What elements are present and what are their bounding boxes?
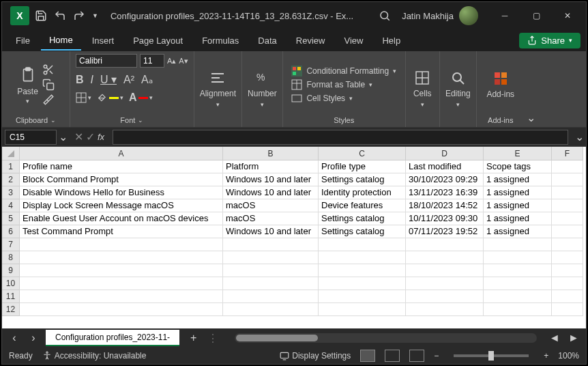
cell-C12[interactable]: [319, 303, 406, 316]
row-header-3[interactable]: 3: [2, 186, 20, 199]
superscript-button[interactable]: A²: [123, 74, 134, 86]
cut-icon[interactable]: [42, 64, 55, 76]
name-box-dropdown[interactable]: ⌄: [57, 130, 69, 143]
menu-view[interactable]: View: [336, 31, 371, 50]
zoom-in-button[interactable]: +: [544, 351, 548, 361]
underline-button[interactable]: U ▾: [100, 73, 117, 86]
cell-C11[interactable]: [319, 290, 406, 303]
normal-view-button[interactable]: [360, 350, 375, 362]
cell-D12[interactable]: [406, 303, 484, 316]
cell-B1[interactable]: Platform: [223, 160, 319, 173]
cell-C2[interactable]: Settings catalog: [319, 173, 406, 186]
editing-button[interactable]: Editing▾: [445, 70, 471, 108]
redo-icon[interactable]: [73, 10, 85, 22]
cell-F12[interactable]: [552, 303, 583, 316]
cell-E8[interactable]: [484, 251, 552, 264]
menu-help[interactable]: Help: [374, 31, 409, 50]
cell-A9[interactable]: [20, 264, 223, 277]
cell-B7[interactable]: [223, 238, 319, 251]
format-painter-icon[interactable]: [42, 94, 55, 106]
cell-E9[interactable]: [484, 264, 552, 277]
number-format-button[interactable]: %Number▾: [248, 70, 277, 108]
borders-button[interactable]: ▾: [76, 92, 91, 103]
cell-C6[interactable]: Settings catalog: [319, 225, 406, 238]
save-icon[interactable]: [35, 10, 47, 22]
row-header-7[interactable]: 7: [2, 238, 20, 251]
cell-A8[interactable]: [20, 251, 223, 264]
cell-D3[interactable]: 13/11/2023 16:39: [406, 186, 484, 199]
row-header-12[interactable]: 12: [2, 303, 20, 316]
fx-icon[interactable]: fx: [98, 132, 104, 142]
cell-E1[interactable]: Scope tags: [484, 160, 552, 173]
add-sheet-button[interactable]: +: [190, 332, 196, 344]
font-color-button[interactable]: A▾: [129, 92, 153, 104]
cell-F6[interactable]: [552, 225, 583, 238]
cell-E7[interactable]: [484, 238, 552, 251]
display-settings-button[interactable]: Display Settings: [280, 351, 351, 361]
cell-D10[interactable]: [406, 277, 484, 290]
share-button[interactable]: Share▾: [519, 33, 580, 48]
menu-file[interactable]: File: [8, 31, 38, 50]
cell-E2[interactable]: 1 assigned: [484, 173, 552, 186]
scroll-right-icon[interactable]: ►: [567, 332, 580, 344]
column-header-D[interactable]: D: [406, 147, 484, 160]
select-all-corner[interactable]: [2, 147, 20, 160]
close-button[interactable]: ✕: [552, 5, 583, 27]
fill-color-button[interactable]: ▾: [97, 93, 123, 102]
row-header-9[interactable]: 9: [2, 264, 20, 277]
row-header-4[interactable]: 4: [2, 199, 20, 212]
cell-A1[interactable]: Profile name: [20, 160, 223, 173]
sheet-nav-next[interactable]: ›: [27, 332, 40, 344]
cell-A11[interactable]: [20, 290, 223, 303]
cell-F5[interactable]: [552, 212, 583, 225]
cell-D9[interactable]: [406, 264, 484, 277]
cell-D5[interactable]: 10/11/2023 09:30: [406, 212, 484, 225]
cell-E4[interactable]: 1 assigned: [484, 199, 552, 212]
page-layout-view-button[interactable]: [385, 350, 400, 362]
cell-A6[interactable]: Test Command Prompt: [20, 225, 223, 238]
cell-C10[interactable]: [319, 277, 406, 290]
cell-F11[interactable]: [552, 290, 583, 303]
cell-D1[interactable]: Last modified: [406, 160, 484, 173]
cell-C7[interactable]: [319, 238, 406, 251]
cell-E10[interactable]: [484, 277, 552, 290]
enter-formula-icon[interactable]: ✓: [86, 130, 95, 143]
cell-C5[interactable]: Settings catalog: [319, 212, 406, 225]
cancel-formula-icon[interactable]: ✕: [74, 130, 83, 143]
cell-A2[interactable]: Block Command Prompt: [20, 173, 223, 186]
addins-button[interactable]: Add-ins: [486, 70, 514, 99]
cell-C8[interactable]: [319, 251, 406, 264]
italic-button[interactable]: I: [91, 74, 93, 86]
cell-F3[interactable]: [552, 186, 583, 199]
cell-B8[interactable]: [223, 251, 319, 264]
paste-button[interactable]: Paste ▾: [17, 65, 38, 104]
scroll-left-icon[interactable]: ◄: [548, 332, 561, 344]
cell-D7[interactable]: [406, 238, 484, 251]
cell-D2[interactable]: 30/10/2023 09:29: [406, 173, 484, 186]
row-header-11[interactable]: 11: [2, 290, 20, 303]
column-header-A[interactable]: A: [20, 147, 223, 160]
cell-D4[interactable]: 18/10/2023 14:52: [406, 199, 484, 212]
menu-insert[interactable]: Insert: [84, 31, 123, 50]
menu-page-layout[interactable]: Page Layout: [125, 31, 191, 50]
menu-data[interactable]: Data: [250, 31, 284, 50]
row-header-5[interactable]: 5: [2, 212, 20, 225]
cell-A5[interactable]: Enable Guest User Account on macOS devic…: [20, 212, 223, 225]
cell-A4[interactable]: Display Lock Screen Message macOS: [20, 199, 223, 212]
decrease-font-icon[interactable]: A▾: [179, 57, 188, 66]
zoom-out-button[interactable]: −: [434, 351, 439, 361]
cell-C4[interactable]: Device features: [319, 199, 406, 212]
format-as-table-button[interactable]: Format as Table ▾: [291, 79, 396, 90]
horizontal-scrollbar[interactable]: [235, 333, 537, 343]
cell-B3[interactable]: Windows 10 and later: [223, 186, 319, 199]
cell-F10[interactable]: [552, 277, 583, 290]
bold-button[interactable]: B: [76, 74, 84, 86]
formula-bar[interactable]: [113, 130, 568, 145]
column-header-C[interactable]: C: [319, 147, 406, 160]
zoom-level[interactable]: 100%: [558, 351, 579, 361]
cell-F1[interactable]: [552, 160, 583, 173]
cell-B2[interactable]: Windows 10 and later: [223, 173, 319, 186]
cell-B10[interactable]: [223, 277, 319, 290]
cell-B9[interactable]: [223, 264, 319, 277]
cell-E6[interactable]: 1 assigned: [484, 225, 552, 238]
